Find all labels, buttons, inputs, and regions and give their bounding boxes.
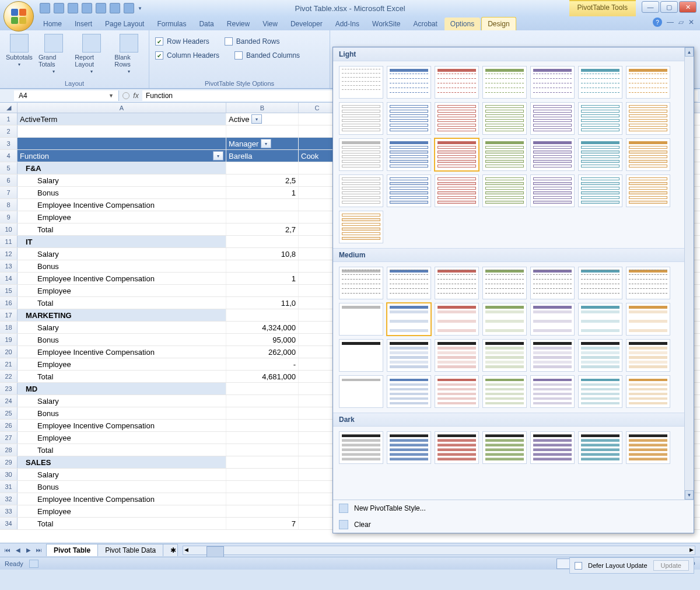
row-header[interactable]: 29 xyxy=(0,456,18,468)
cell[interactable] xyxy=(299,444,336,456)
cell[interactable] xyxy=(226,285,299,296)
style-thumbnail[interactable] xyxy=(626,138,670,171)
cell[interactable] xyxy=(299,432,336,444)
qat-preview-icon[interactable] xyxy=(124,3,134,13)
qat-btn5-icon[interactable] xyxy=(96,3,106,13)
row-header[interactable]: 7 xyxy=(0,187,18,198)
cell[interactable] xyxy=(226,469,299,480)
office-button[interactable] xyxy=(4,1,34,32)
style-thumbnail[interactable] xyxy=(339,102,383,135)
style-thumbnail[interactable] xyxy=(387,431,431,464)
cell[interactable]: Total xyxy=(18,444,226,456)
cell[interactable] xyxy=(226,211,299,223)
cell[interactable]: Employee xyxy=(18,358,226,370)
cell[interactable]: Employee Incentive Compensation xyxy=(18,346,226,358)
row-headers-checkbox[interactable]: ✔Row Headers xyxy=(155,37,209,46)
tab-formulas[interactable]: Formulas xyxy=(151,18,192,30)
row-header[interactable]: 33 xyxy=(0,505,18,517)
mdi-close-icon[interactable]: ✕ xyxy=(688,18,694,26)
style-thumbnail[interactable] xyxy=(578,303,622,336)
row-header[interactable]: 22 xyxy=(0,371,18,382)
cell[interactable] xyxy=(299,493,336,505)
row-header[interactable]: 24 xyxy=(0,395,18,407)
defer-layout-checkbox[interactable] xyxy=(575,562,582,570)
row-header[interactable]: 19 xyxy=(0,334,18,345)
row-header[interactable]: 3 xyxy=(0,138,18,149)
cell[interactable] xyxy=(226,395,299,407)
cell[interactable]: IT xyxy=(18,236,226,247)
style-thumbnail[interactable] xyxy=(435,174,479,207)
style-thumbnail[interactable] xyxy=(435,339,479,372)
style-thumbnail[interactable] xyxy=(482,102,527,135)
style-thumbnail[interactable] xyxy=(482,138,527,171)
cell[interactable] xyxy=(299,469,336,480)
cell[interactable] xyxy=(299,420,336,431)
row-header[interactable]: 31 xyxy=(0,481,18,493)
cell[interactable] xyxy=(226,481,299,493)
row-header[interactable]: 2 xyxy=(0,125,18,137)
cell[interactable]: Bonus xyxy=(18,481,226,493)
style-thumbnail[interactable] xyxy=(530,267,575,299)
sheet-nav-prev-icon[interactable]: ◀ xyxy=(13,545,23,556)
cell[interactable] xyxy=(18,125,226,137)
row-header[interactable]: 10 xyxy=(0,224,18,235)
cell[interactable] xyxy=(299,481,336,493)
style-thumbnail[interactable] xyxy=(387,102,431,135)
cell[interactable] xyxy=(299,395,336,407)
cell[interactable]: Barella xyxy=(226,150,299,162)
cell[interactable] xyxy=(299,505,336,517)
row-header[interactable]: 4 xyxy=(0,150,18,162)
style-thumbnail[interactable] xyxy=(482,375,527,408)
cell[interactable]: SALES xyxy=(18,456,226,468)
select-all-corner[interactable]: ◢ xyxy=(0,103,18,113)
maximize-button[interactable]: ▢ xyxy=(660,1,678,13)
cell[interactable]: Salary xyxy=(18,469,226,480)
row-header[interactable]: 16 xyxy=(0,297,18,309)
style-thumbnail[interactable] xyxy=(530,174,575,207)
cell[interactable]: 2,5 xyxy=(226,174,299,186)
qat-redo-icon[interactable] xyxy=(68,3,78,13)
row-header[interactable]: 18 xyxy=(0,322,18,333)
qat-print-icon[interactable] xyxy=(82,3,92,13)
cell[interactable]: 11,0 xyxy=(226,297,299,309)
style-thumbnail[interactable] xyxy=(339,66,383,99)
report-layout-button[interactable]: Report Layout▾ xyxy=(75,34,108,74)
namebox-dropdown-icon[interactable]: ▼ xyxy=(108,93,114,99)
row-header[interactable]: 9 xyxy=(0,211,18,223)
cell[interactable] xyxy=(226,444,299,456)
cell[interactable] xyxy=(226,236,299,247)
row-header[interactable]: 5 xyxy=(0,162,18,174)
style-thumbnail[interactable] xyxy=(482,267,527,299)
style-thumbnail[interactable] xyxy=(339,375,383,408)
filter-button[interactable]: ▾ xyxy=(251,114,262,124)
cell[interactable] xyxy=(299,248,336,260)
cell[interactable]: MARKETING xyxy=(18,309,226,321)
row-header[interactable]: 26 xyxy=(0,420,18,431)
style-thumbnail[interactable] xyxy=(578,375,622,408)
row-header[interactable]: 12 xyxy=(0,248,18,260)
grand-totals-button[interactable]: Grand Totals▾ xyxy=(38,34,69,74)
row-header[interactable]: 21 xyxy=(0,358,18,370)
name-box[interactable]: A4▼ xyxy=(14,90,119,101)
macro-record-icon[interactable] xyxy=(29,560,38,568)
col-header-b[interactable]: B xyxy=(226,103,299,113)
style-thumbnail[interactable] xyxy=(578,66,622,99)
cell[interactable]: Employee Incentive Compensation xyxy=(18,493,226,505)
cell[interactable]: Total xyxy=(18,371,226,382)
cell[interactable] xyxy=(299,346,336,358)
style-thumbnail[interactable] xyxy=(626,303,670,336)
cell[interactable]: 262,000 xyxy=(226,346,299,358)
cell[interactable]: Employee Incentive Compensation xyxy=(18,420,226,431)
cell[interactable] xyxy=(299,297,336,309)
normal-view-button[interactable] xyxy=(557,559,570,568)
cell[interactable] xyxy=(299,456,336,468)
cell[interactable]: Bonus xyxy=(18,334,226,345)
banded-rows-checkbox[interactable]: Banded Rows xyxy=(225,37,280,46)
cell[interactable] xyxy=(226,383,299,395)
style-thumbnail[interactable] xyxy=(626,267,670,299)
cell[interactable]: 1 xyxy=(226,187,299,198)
cell[interactable]: Salary xyxy=(18,395,226,407)
style-thumbnail[interactable] xyxy=(626,66,670,99)
cell[interactable] xyxy=(299,518,336,529)
style-thumbnail[interactable] xyxy=(530,339,575,372)
